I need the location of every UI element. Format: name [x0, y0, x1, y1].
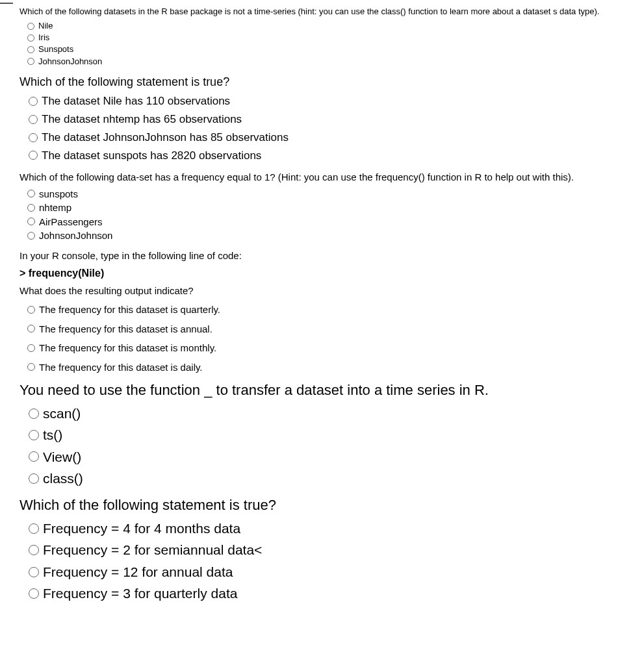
- option-row[interactable]: Frequency = 4 for 4 months data: [29, 518, 638, 539]
- option-label: JohnsonJohnson: [39, 229, 112, 242]
- option-label: nhtemp: [39, 201, 71, 214]
- radio-icon[interactable]: [27, 218, 35, 225]
- question-prompt: You need to use the function _ to transf…: [19, 381, 638, 400]
- option-label: ts(): [43, 425, 62, 444]
- radio-icon[interactable]: [27, 23, 34, 30]
- options-list: Frequency = 4 for 4 months data Frequenc…: [19, 518, 638, 605]
- question-2: Which of the following statement is true…: [19, 74, 638, 164]
- option-row[interactable]: scan(): [29, 403, 638, 424]
- radio-icon[interactable]: [27, 34, 34, 42]
- option-row[interactable]: The frequency for this dataset is daily.: [27, 360, 638, 375]
- option-row[interactable]: AirPassengers: [27, 215, 638, 229]
- radio-icon[interactable]: [29, 473, 39, 484]
- option-row[interactable]: sunspots: [27, 187, 638, 201]
- radio-icon[interactable]: [27, 325, 35, 332]
- option-label: The frequency for this dataset is monthl…: [39, 342, 216, 355]
- radio-icon[interactable]: [27, 58, 34, 65]
- radio-icon[interactable]: [29, 588, 39, 599]
- radio-icon[interactable]: [29, 97, 38, 106]
- code-line: > frequency(Nile): [19, 268, 638, 279]
- option-label: Frequency = 12 for annual data: [43, 562, 233, 581]
- option-row[interactable]: nhtemp: [27, 201, 638, 215]
- radio-icon[interactable]: [29, 523, 39, 534]
- option-label: Frequency = 2 for semiannual data<: [43, 540, 262, 559]
- option-row[interactable]: Frequency = 12 for annual data: [29, 561, 638, 583]
- options-list: sunspots nhtemp AirPassengers JohnsonJoh…: [19, 187, 638, 243]
- option-label: sunspots: [39, 188, 78, 201]
- radio-icon[interactable]: [27, 306, 35, 314]
- option-label: JohnsonJohnson: [38, 56, 102, 67]
- radio-icon[interactable]: [27, 204, 35, 212]
- option-label: The frequency for this dataset is annual…: [39, 323, 213, 336]
- question-5: You need to use the function _ to transf…: [19, 381, 638, 489]
- option-row[interactable]: JohnsonJohnson: [27, 56, 638, 68]
- radio-icon[interactable]: [29, 408, 39, 419]
- option-label: The frequency for this dataset is daily.: [39, 361, 203, 374]
- options-list: Nile Iris Sunspots JohnsonJohnson: [19, 20, 638, 68]
- option-label: Sunspots: [38, 44, 73, 55]
- option-row[interactable]: Nile: [27, 20, 638, 32]
- radio-icon[interactable]: [29, 451, 39, 462]
- option-label: The dataset Nile has 110 observations: [42, 94, 230, 109]
- question-1: Which of the following datasets in the R…: [19, 6, 638, 68]
- radio-icon[interactable]: [27, 46, 34, 53]
- option-label: Frequency = 3 for quarterly data: [43, 584, 237, 603]
- option-row[interactable]: Frequency = 3 for quarterly data: [29, 583, 638, 604]
- question-subprompt: What does the resulting output indicate?: [19, 284, 638, 297]
- radio-icon[interactable]: [27, 190, 35, 197]
- option-row[interactable]: Sunspots: [27, 44, 638, 55]
- radio-icon[interactable]: [29, 133, 38, 142]
- question-4: In your R console, type in the following…: [19, 249, 638, 375]
- option-label: Iris: [38, 32, 49, 43]
- option-label: Frequency = 4 for 4 months data: [43, 519, 240, 538]
- question-prompt: Which of the following data-set has a fr…: [19, 171, 638, 184]
- options-list: scan() ts() View() class(): [19, 403, 638, 490]
- option-row[interactable]: The frequency for this dataset is monthl…: [27, 341, 638, 355]
- option-row[interactable]: ts(): [29, 424, 638, 445]
- option-label: The dataset nhtemp has 65 observations: [42, 112, 242, 127]
- option-row[interactable]: class(): [29, 468, 638, 489]
- decorative-top-mark: [0, 3, 13, 4]
- option-row[interactable]: The dataset Nile has 110 observations: [29, 92, 638, 110]
- option-row[interactable]: The frequency for this dataset is quarte…: [27, 303, 638, 317]
- option-row[interactable]: The dataset JohnsonJohnson has 85 observ…: [29, 129, 638, 147]
- radio-icon[interactable]: [27, 344, 35, 352]
- options-list: The dataset Nile has 110 observations Th…: [19, 92, 638, 164]
- option-row[interactable]: View(): [29, 446, 638, 468]
- radio-icon[interactable]: [27, 232, 35, 240]
- radio-icon[interactable]: [29, 430, 39, 440]
- option-row[interactable]: The dataset sunspots has 2820 observatio…: [29, 147, 638, 165]
- option-row[interactable]: JohnsonJohnson: [27, 229, 638, 243]
- question-prompt: In your R console, type in the following…: [19, 249, 638, 262]
- option-label: Nile: [38, 21, 53, 31]
- radio-icon[interactable]: [29, 545, 39, 555]
- radio-icon[interactable]: [27, 363, 35, 371]
- option-label: AirPassengers: [39, 216, 103, 229]
- option-label: View(): [43, 447, 81, 466]
- option-label: The dataset JohnsonJohnson has 85 observ…: [42, 130, 289, 145]
- option-row[interactable]: The dataset nhtemp has 65 observations: [29, 110, 638, 129]
- option-label: The dataset sunspots has 2820 observatio…: [42, 148, 261, 164]
- radio-icon[interactable]: [29, 115, 38, 124]
- question-prompt: Which of the following statement is true…: [19, 496, 638, 515]
- radio-icon[interactable]: [29, 567, 39, 577]
- option-label: scan(): [43, 404, 81, 423]
- question-prompt: Which of the following statement is true…: [19, 74, 638, 90]
- option-row[interactable]: Frequency = 2 for semiannual data<: [29, 539, 638, 560]
- question-3: Which of the following data-set has a fr…: [19, 171, 638, 242]
- question-6: Which of the following statement is true…: [19, 496, 638, 604]
- option-row[interactable]: Iris: [27, 32, 638, 44]
- options-list: The frequency for this dataset is quarte…: [19, 303, 638, 374]
- option-label: The frequency for this dataset is quarte…: [39, 303, 220, 316]
- option-label: class(): [43, 469, 83, 488]
- option-row[interactable]: The frequency for this dataset is annual…: [27, 322, 638, 336]
- question-prompt: Which of the following datasets in the R…: [19, 6, 638, 18]
- radio-icon[interactable]: [29, 151, 38, 160]
